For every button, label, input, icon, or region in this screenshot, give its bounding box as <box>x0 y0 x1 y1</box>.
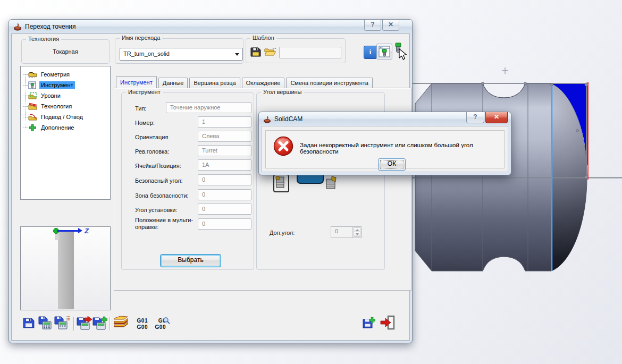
error-client-area: Задан некорректный инструмент или слишко… <box>262 126 508 172</box>
chevron-down-icon[interactable] <box>235 53 239 56</box>
tab-strip: Инструмент Данные Вершина резца Охлажден… <box>116 77 374 88</box>
save-calculate-add-button[interactable] <box>93 316 108 331</box>
save-calculate-run-button[interactable] <box>77 316 93 331</box>
save-calculate-button[interactable] <box>38 316 53 331</box>
tool-table-button[interactable] <box>376 44 392 60</box>
tree-item-label: Уровни <box>39 92 62 99</box>
error-help-button[interactable]: ? <box>466 112 484 123</box>
tab-tool-change-position[interactable]: Смена позиции инструмента <box>286 78 373 88</box>
turning-operation-dialog: Переход точения ? ✕ Технология Токарная … <box>9 19 413 343</box>
solidcam-logo-icon <box>263 115 271 123</box>
gcode-linear-button[interactable]: G01G00 <box>133 318 148 331</box>
main-help-button[interactable]: ? <box>364 20 381 31</box>
multiholder-position-field: 0 <box>198 218 251 230</box>
turret-field: Turret <box>198 145 251 156</box>
ok-button[interactable]: ОК <box>378 158 406 171</box>
vertex-tool-option-right[interactable] <box>324 176 341 191</box>
select-tool-button[interactable]: Выбрать <box>160 254 221 267</box>
template-name-field[interactable] <box>279 47 341 58</box>
field-label: Ориентация <box>135 134 168 140</box>
toolbar-separator <box>110 317 110 331</box>
vertex-tool-option-left[interactable] <box>273 174 289 192</box>
tool-number-field: 1 <box>198 116 251 128</box>
extra-angle-spinner: 0 <box>331 226 362 238</box>
plus-icon <box>28 124 37 132</box>
spin-down-icon <box>354 232 360 237</box>
tree-item-label: Дополнение <box>39 124 75 131</box>
tree-item-geometry[interactable]: Геометрия <box>21 69 110 80</box>
tab-tool[interactable]: Инструмент <box>116 76 157 88</box>
field-label: Безопасный угол: <box>135 177 183 184</box>
tree-item-levels[interactable]: Уровни <box>21 90 110 101</box>
simulation-button[interactable] <box>113 315 130 331</box>
tree-item-tool[interactable]: Инструмент <box>21 80 110 90</box>
pick-tool-cursor-icon[interactable] <box>392 43 408 61</box>
vertex-angle-title: Угол вершины <box>261 89 304 95</box>
field-label: Рев.головка: <box>135 148 169 155</box>
error-icon <box>273 136 294 157</box>
z-axis-label: Z <box>85 227 89 235</box>
operation-name-group: Имя перехода TR_turn_on_solid <box>115 38 243 64</box>
safety-zone-field: 0 <box>198 189 251 200</box>
save-calculate-list-button[interactable] <box>54 316 70 331</box>
error-message: Задан некорректный инструмент или слишко… <box>300 142 505 155</box>
technology-icon <box>28 103 37 111</box>
save-button[interactable] <box>22 317 35 329</box>
tool-preview: Z <box>20 226 111 310</box>
error-dialog-title: SolidCAM <box>274 115 302 123</box>
geometry-icon <box>28 71 37 79</box>
tree-item-approach-retract[interactable]: Подвод / Отвод <box>21 112 110 122</box>
tool-window-icon <box>377 45 391 58</box>
error-close-button[interactable]: ✕ <box>485 112 508 123</box>
operation-name-label: Имя перехода <box>120 35 162 41</box>
safety-angle-field: 0 <box>198 174 251 185</box>
operation-name-value: TR_turn_on_solid <box>123 50 170 57</box>
screen: Переход точения ? ✕ Технология Токарная … <box>0 0 622 364</box>
tab-tool-tip[interactable]: Вершина резца <box>189 78 240 88</box>
solidcam-error-dialog: SolidCAM ? ✕ Задан некорректный инструме… <box>258 112 511 175</box>
main-close-button[interactable]: ✕ <box>382 20 399 31</box>
tree-item-label: Технология <box>39 103 73 110</box>
field-label: Зона безопасности: <box>135 192 189 199</box>
orientation-field: Слева <box>198 131 251 142</box>
field-label: Номер: <box>135 120 155 126</box>
tree-item-label: Подвод / Отвод <box>39 113 85 121</box>
station-field: 1A <box>198 159 251 171</box>
main-titlebar[interactable]: Переход точения <box>9 20 412 33</box>
field-label: Положение в мульти-оправке: <box>135 217 195 231</box>
z-axis-arrow <box>57 230 79 232</box>
error-message-panel: Задан некорректный инструмент или слишко… <box>265 130 505 168</box>
extra-angle-label: Доп.угол: <box>270 230 295 236</box>
tab-coolant[interactable]: Охлаждение <box>242 78 285 88</box>
spinner-buttons <box>352 227 361 238</box>
tool-group-title: Инструмент <box>126 89 163 95</box>
window-title: Переход точения <box>25 23 76 30</box>
tree-item-label: Инструмент <box>39 81 75 89</box>
magnifier-icon <box>163 317 170 324</box>
extra-angle-value: 0 <box>335 228 338 234</box>
tool-holder-left-icon <box>274 175 287 190</box>
tool-type-field: Точение наружное <box>166 102 251 113</box>
toolbar-separator <box>73 317 74 331</box>
technology-group-label: Технология <box>26 36 61 42</box>
tree-item-technology[interactable]: Технология <box>21 101 110 112</box>
operation-name-combobox[interactable]: TR_turn_on_solid <box>120 48 243 61</box>
tree-item-misc[interactable]: Дополнение <box>21 122 110 133</box>
levels-icon <box>28 92 37 100</box>
field-label: Тип: <box>135 105 146 112</box>
save-template-icon[interactable] <box>250 47 262 57</box>
tool-shank <box>58 232 74 309</box>
approach-retract-icon <box>28 113 37 121</box>
z-axis-arrowhead-icon <box>78 228 82 233</box>
tab-data[interactable]: Данные <box>158 78 188 88</box>
tree-item-label: Геометрия <box>39 71 71 78</box>
info-button[interactable]: i <box>364 46 377 59</box>
technology-value: Токарная <box>22 48 109 55</box>
open-template-icon[interactable] <box>264 47 277 57</box>
solidcam-logo-icon <box>13 22 22 31</box>
technology-group: Технология Токарная <box>21 39 110 64</box>
exit-button[interactable] <box>380 315 396 330</box>
mount-angle-field: 0 <box>198 204 251 215</box>
save-add-button[interactable] <box>363 317 376 329</box>
template-group: Шаблон <box>246 38 346 63</box>
